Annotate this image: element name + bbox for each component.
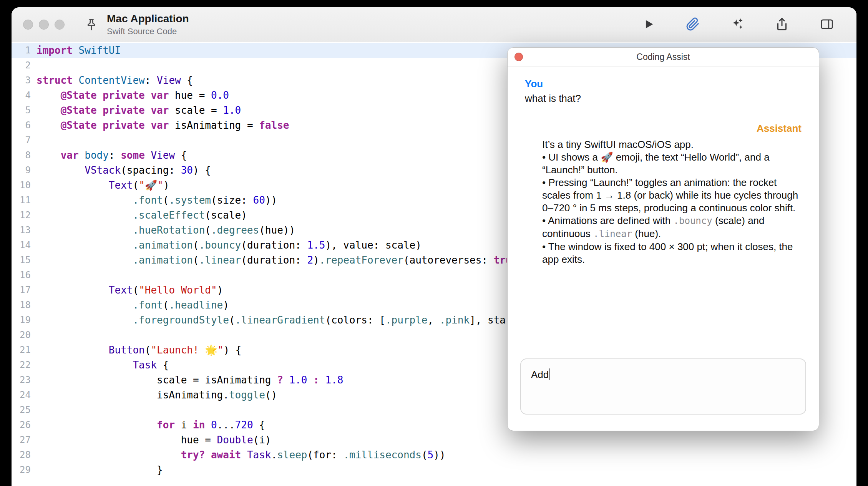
code-line[interactable]: 27 hue = Double(i) [12,433,856,448]
code-text [31,328,37,343]
assistant-paragraph: • UI shows a 🚀 emoji, the text “Hello Wo… [542,151,802,176]
code-text: @State private var hue = 0.0 [31,88,229,103]
code-line[interactable]: 28 try? await Task.sleep(for: .milliseco… [12,448,856,463]
minimize-button[interactable] [39,20,49,30]
code-text: Button("Launch! 🌟") { [31,343,241,358]
screen: Mac Application Swift Source Code [0,0,868,486]
assistant-paragraph: • Animations are defined with .bouncy (s… [542,214,802,241]
assistant-message: It’s a tiny SwiftUI macOS/iOS app.• UI s… [542,138,802,266]
code-text: .scaleEffect(scale) [31,208,247,223]
code-text [31,403,37,418]
code-text: scale = isAnimating ? 1.0 : 1.8 [31,373,343,388]
attach-button[interactable] [686,17,700,32]
user-message: what is that? [525,92,802,105]
line-number: 4 [12,88,31,103]
paperclip-icon [686,17,700,32]
chat-input[interactable]: Add [520,358,806,415]
code-text: struct ContentView: View { [31,73,193,88]
code-text: .font(.headline) [31,298,229,313]
line-number: 6 [12,118,31,133]
coding-assist-panel: Coding Assist You what is that? Assistan… [507,47,819,431]
toolbar-actions [642,17,834,33]
line-number: 19 [12,313,31,328]
line-number: 16 [12,268,31,283]
chat-input-value: Add [531,369,549,380]
line-number: 1 [12,43,31,58]
play-icon [642,18,655,32]
text-caret [549,368,550,380]
line-number: 7 [12,133,31,148]
code-text: @State private var scale = 1.0 [31,103,241,118]
code-text: } [31,463,163,478]
code-text: .hueRotation(.degrees(hue)) [31,223,295,238]
chat-area: You what is that? Assistant It’s a tiny … [508,66,819,266]
line-number: 13 [12,223,31,238]
zoom-button[interactable] [55,20,65,30]
line-number: 3 [12,73,31,88]
share-icon [775,17,789,32]
code-text [31,133,37,148]
assistant-label: Assistant [525,123,802,134]
window-title: Mac Application [107,13,189,25]
line-number: 28 [12,448,31,463]
assistant-paragraph: • The window is fixed to 400 × 300 pt; w… [542,241,802,266]
sidebar-toggle-button[interactable] [820,17,834,33]
code-text: isAnimating.toggle() [31,388,277,403]
window-controls [23,20,65,30]
line-number: 12 [12,208,31,223]
line-number: 27 [12,433,31,448]
line-number: 22 [12,358,31,373]
line-number: 14 [12,238,31,253]
line-number: 24 [12,388,31,403]
code-text: Text("Hello World") [31,283,223,298]
line-number: 23 [12,373,31,388]
ai-assist-button[interactable] [730,17,744,32]
line-number: 11 [12,193,31,208]
code-text [31,268,37,283]
code-text [31,58,37,73]
line-number: 20 [12,328,31,343]
code-text: Text("🚀") [31,178,169,193]
run-button[interactable] [642,18,655,32]
code-text: .font(.system(size: 60)) [31,193,277,208]
line-number: 2 [12,58,31,73]
code-text: Task { [31,358,169,373]
code-text: var body: some View { [31,148,187,163]
panel-header: Coding Assist [508,48,819,66]
line-number: 5 [12,103,31,118]
line-number: 21 [12,343,31,358]
assistant-paragraph: It’s a tiny SwiftUI macOS/iOS app. [542,138,802,151]
line-number: 17 [12,283,31,298]
sidebar-panel-icon [820,17,834,33]
code-text: .animation(.bouncy(duration: 1.5), value… [31,238,422,253]
code-text: VStack(spacing: 30) { [31,163,211,178]
close-button[interactable] [23,20,33,30]
pin-icon[interactable] [85,18,98,32]
line-number: 8 [12,148,31,163]
line-number: 25 [12,403,31,418]
line-number: 9 [12,163,31,178]
line-number: 15 [12,253,31,268]
code-text: try? await Task.sleep(for: .milliseconds… [31,448,446,463]
panel-title: Coding Assist [636,52,690,62]
code-line[interactable]: 29 } [12,463,856,478]
assistant-paragraph: • Pressing “Launch!” toggles an animatio… [542,176,802,214]
title-block: Mac Application Swift Source Code [107,13,189,36]
code-text: import SwiftUI [31,43,121,58]
window-subtitle: Swift Source Code [107,27,189,36]
line-number: 10 [12,178,31,193]
code-text: hue = Double(i) [31,433,271,448]
share-button[interactable] [775,17,789,32]
window-titlebar: Mac Application Swift Source Code [12,7,856,42]
code-text: @State private var isAnimating = false [31,118,289,133]
sparkles-icon [730,17,744,32]
line-number: 18 [12,298,31,313]
user-label: You [525,78,802,90]
panel-close-button[interactable] [514,53,523,61]
line-number: 26 [12,418,31,433]
code-text: for i in 0...720 { [31,418,265,433]
line-number: 29 [12,463,31,478]
